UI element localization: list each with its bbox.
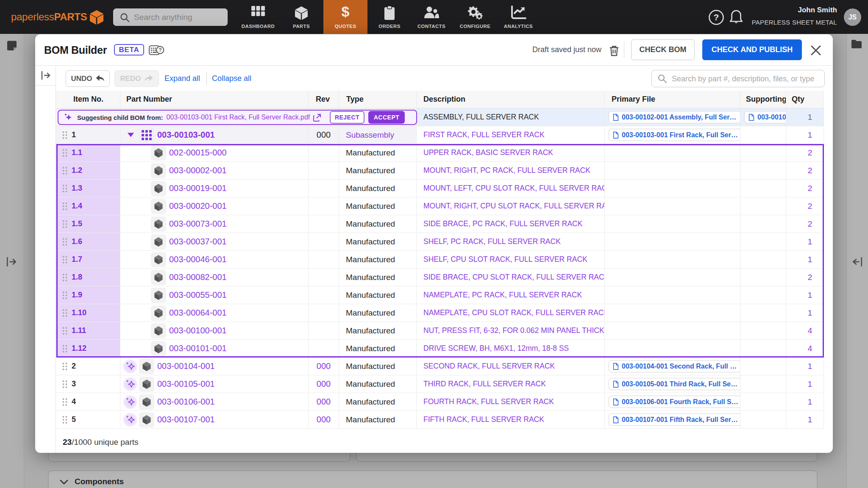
svg-text:?: ? — [159, 47, 162, 53]
svg-text:?: ? — [714, 12, 719, 22]
